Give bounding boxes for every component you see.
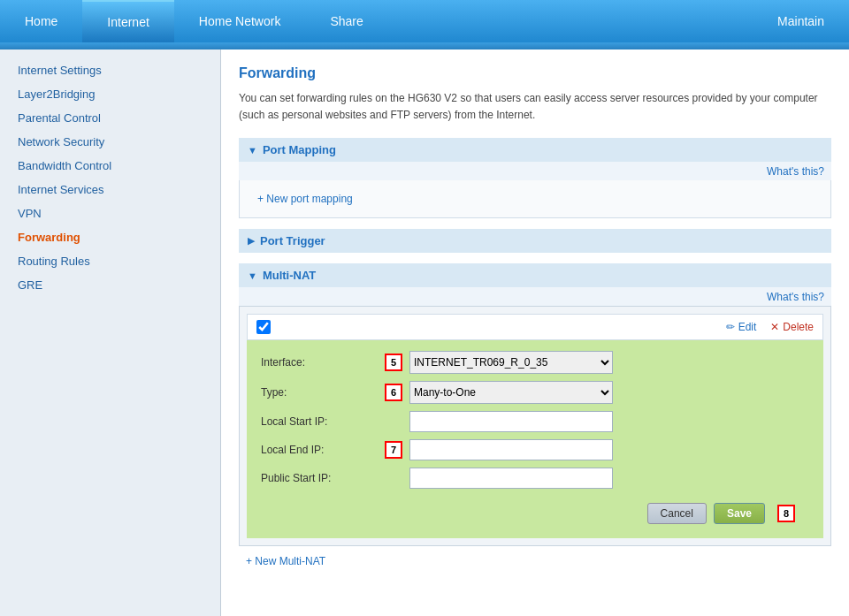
port-mapping-arrow-icon: ▼ bbox=[248, 145, 257, 156]
port-trigger-title: Port Trigger bbox=[260, 234, 325, 247]
type-row: Type: 6 Many-to-One bbox=[261, 381, 809, 404]
save-button[interactable]: Save bbox=[714, 503, 765, 524]
port-mapping-title: Port Mapping bbox=[263, 143, 336, 156]
sidebar-item-routing-rules[interactable]: Routing Rules bbox=[0, 249, 220, 273]
add-multi-nat-link[interactable]: + New Multi-NAT bbox=[239, 550, 333, 573]
delete-icon: ✕ bbox=[770, 321, 779, 333]
top-nav: Home Internet Home Network Share Maintai… bbox=[0, 0, 849, 42]
edit-icon: ✏ bbox=[726, 321, 735, 333]
port-mapping-header[interactable]: ▼ Port Mapping bbox=[239, 138, 831, 162]
port-mapping-whats-link[interactable]: What's this? bbox=[767, 165, 824, 178]
type-select[interactable]: Many-to-One bbox=[409, 381, 613, 404]
delete-label: Delete bbox=[783, 321, 814, 333]
add-multinat-row: + New Multi-NAT bbox=[239, 546, 831, 576]
main-layout: Internet Settings Layer2Bridging Parenta… bbox=[0, 49, 849, 616]
nav-maintain[interactable]: Maintain bbox=[753, 0, 849, 42]
edit-label: Edit bbox=[738, 321, 757, 333]
sidebar-item-network-security[interactable]: Network Security bbox=[0, 130, 220, 154]
nav-share[interactable]: Share bbox=[305, 0, 387, 42]
local-end-ip-row: Local End IP: 7 bbox=[261, 439, 809, 460]
page-title: Forwarding bbox=[239, 65, 831, 81]
edit-button[interactable]: ✏ Edit bbox=[726, 321, 757, 333]
interface-label: Interface: bbox=[261, 356, 385, 369]
local-start-ip-row: Local Start IP: bbox=[261, 411, 809, 432]
sidebar: Internet Settings Layer2Bridging Parenta… bbox=[0, 49, 221, 616]
type-label: Type: bbox=[261, 386, 385, 399]
public-start-ip-label: Public Start IP: bbox=[261, 472, 385, 484]
nav-spacer bbox=[388, 0, 753, 42]
local-end-ip-group: 7 bbox=[385, 439, 613, 460]
port-mapping-body: + New port mapping bbox=[239, 180, 831, 218]
multi-nat-checkbox[interactable] bbox=[256, 320, 271, 334]
nav-internet[interactable]: Internet bbox=[82, 0, 173, 42]
interface-field-group: 5 INTERNET_TR069_R_0_35 bbox=[385, 351, 613, 374]
delete-button[interactable]: ✕ Delete bbox=[770, 321, 814, 333]
multi-nat-whats-row: What's this? bbox=[239, 287, 831, 306]
badge-5: 5 bbox=[385, 354, 402, 371]
local-start-ip-label: Local Start IP: bbox=[261, 415, 385, 428]
sidebar-item-parental-control[interactable]: Parental Control bbox=[0, 106, 220, 130]
nav-home[interactable]: Home bbox=[0, 0, 82, 42]
sidebar-item-bandwidth-control[interactable]: Bandwidth Control bbox=[0, 154, 220, 178]
page-description: You can set forwarding rules on the HG63… bbox=[239, 90, 831, 124]
public-start-ip-row: Public Start IP: bbox=[261, 468, 809, 489]
badge-6: 6 bbox=[385, 384, 402, 401]
gap2 bbox=[239, 253, 831, 263]
public-start-ip-input[interactable] bbox=[409, 468, 613, 489]
sidebar-item-forwarding[interactable]: Forwarding bbox=[0, 225, 220, 249]
multi-nat-arrow-icon: ▼ bbox=[248, 270, 257, 281]
multi-nat-body: ✏ Edit ✕ Delete Interface: 5 bbox=[239, 306, 831, 546]
local-start-ip-group bbox=[385, 411, 613, 432]
multi-nat-title: Multi-NAT bbox=[263, 269, 316, 282]
local-end-ip-label: Local End IP: bbox=[261, 444, 385, 456]
multi-nat-whats-link[interactable]: What's this? bbox=[767, 291, 824, 303]
public-start-ip-group bbox=[385, 468, 613, 489]
form-buttons-row: Cancel Save 8 bbox=[261, 496, 809, 528]
port-mapping-whats-row: What's this? bbox=[239, 162, 831, 180]
sidebar-item-vpn[interactable]: VPN bbox=[0, 202, 220, 225]
interface-select[interactable]: INTERNET_TR069_R_0_35 bbox=[409, 351, 613, 374]
sidebar-item-internet-services[interactable]: Internet Services bbox=[0, 178, 220, 202]
sidebar-item-gre[interactable]: GRE bbox=[0, 273, 220, 297]
multi-nat-header[interactable]: ▼ Multi-NAT bbox=[239, 263, 831, 287]
interface-row: Interface: 5 INTERNET_TR069_R_0_35 bbox=[261, 351, 809, 374]
edit-delete-group: ✏ Edit ✕ Delete bbox=[726, 321, 814, 333]
port-trigger-header[interactable]: ▶ Port Trigger bbox=[239, 229, 831, 253]
sub-bar bbox=[0, 42, 849, 49]
nav-home-network[interactable]: Home Network bbox=[174, 0, 306, 42]
badge-7: 7 bbox=[385, 441, 402, 459]
badge-8: 8 bbox=[777, 505, 795, 522]
add-port-mapping-link[interactable]: + New port mapping bbox=[249, 187, 362, 210]
multi-nat-fields: Interface: 5 INTERNET_TR069_R_0_35 Type:… bbox=[247, 340, 823, 538]
sidebar-item-layer2bridging[interactable]: Layer2Bridging bbox=[0, 82, 220, 106]
local-end-ip-input[interactable] bbox=[409, 439, 613, 460]
content-area: Forwarding You can set forwarding rules … bbox=[221, 49, 849, 616]
cancel-button[interactable]: Cancel bbox=[647, 503, 707, 524]
type-field-group: 6 Many-to-One bbox=[385, 381, 613, 404]
gap1 bbox=[239, 218, 831, 229]
local-start-ip-input[interactable] bbox=[409, 411, 613, 432]
multi-nat-row-header: ✏ Edit ✕ Delete bbox=[247, 314, 823, 340]
port-trigger-arrow-icon: ▶ bbox=[248, 235, 255, 247]
sidebar-item-internet-settings[interactable]: Internet Settings bbox=[0, 58, 220, 82]
